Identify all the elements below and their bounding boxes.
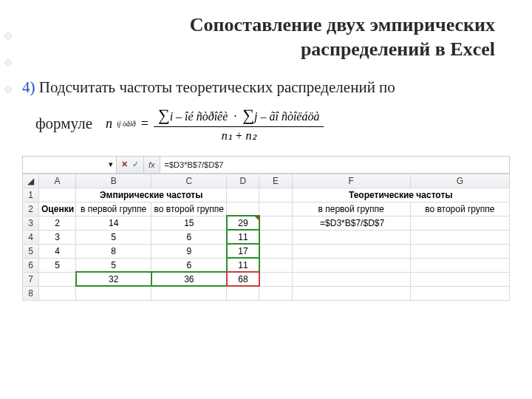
cell[interactable]: 5 [76, 230, 151, 244]
formula-input[interactable]: =$D3*B$7/$D$7 [160, 157, 509, 173]
cell[interactable]: 29 [227, 216, 259, 230]
row-3[interactable]: 3 [23, 216, 39, 230]
col-F[interactable]: F [292, 174, 410, 188]
cell[interactable] [292, 272, 410, 286]
formula-num-right: j – ãî ñòîëáöà [254, 110, 319, 123]
select-all-corner[interactable]: ◢ [23, 174, 39, 188]
page-title: Сопоставление двух эмпирических распреде… [0, 0, 532, 67]
cell[interactable]: 15 [151, 216, 227, 230]
formula-den: n₁ + n₂ [217, 127, 261, 144]
cell[interactable]: 3 [39, 230, 76, 244]
table-row: 6 5 5 6 11 [23, 258, 510, 272]
cell[interactable]: 14 [76, 216, 151, 230]
chevron-down-icon[interactable]: ▾ [109, 160, 113, 169]
cell[interactable] [259, 244, 292, 258]
cell[interactable]: во второй группе [151, 202, 227, 216]
col-G[interactable]: G [410, 174, 509, 188]
formula: nij òåîð = ∑i – îé ñòðîêè · ∑j – ãî ñòîë… [106, 104, 324, 144]
cell[interactable]: Оценки [39, 202, 76, 216]
table-row: 7 32 36 68 [23, 272, 510, 286]
spreadsheet-grid[interactable]: ◢ A B C D E F G 1 Эмпирические частоты Т… [22, 174, 510, 301]
cell[interactable]: во второй группе [410, 202, 509, 216]
col-D[interactable]: D [227, 174, 259, 188]
cell[interactable] [259, 286, 292, 300]
name-box[interactable]: ▾ [23, 157, 117, 173]
cell[interactable]: 68 [227, 272, 259, 286]
cell[interactable]: 5 [76, 258, 151, 272]
cell[interactable]: Теоретические частоты [292, 188, 510, 202]
row-4[interactable]: 4 [23, 230, 39, 244]
column-header-row: ◢ A B C D E F G [23, 174, 510, 188]
cell[interactable] [259, 258, 292, 272]
row-1[interactable]: 1 [23, 188, 39, 202]
cell[interactable]: 17 [227, 244, 259, 258]
formula-eq: = [140, 116, 149, 132]
cell[interactable] [227, 286, 259, 300]
cell[interactable] [292, 230, 410, 244]
table-row: 8 [23, 286, 510, 300]
cell[interactable] [39, 272, 76, 286]
formula-dot: · [233, 110, 236, 123]
body-text: 4) Подсчитать частоты теоретических расп… [0, 67, 532, 104]
row-6[interactable]: 6 [23, 258, 39, 272]
cell[interactable] [151, 286, 227, 300]
formula-bar: ▾ ✕ ✓ fx =$D3*B$7/$D$7 [22, 156, 510, 174]
cell[interactable]: 6 [151, 230, 227, 244]
cell[interactable]: 8 [76, 244, 151, 258]
cell[interactable]: 4 [39, 244, 76, 258]
cell[interactable] [227, 202, 259, 216]
cell[interactable] [410, 258, 509, 272]
cancel-icon[interactable]: ✕ [121, 160, 128, 169]
col-E[interactable]: E [259, 174, 292, 188]
cell[interactable] [259, 188, 292, 202]
cell[interactable]: в первой группе [292, 202, 410, 216]
cell[interactable]: 2 [39, 216, 76, 230]
row-5[interactable]: 5 [23, 244, 39, 258]
cell[interactable]: 5 [39, 258, 76, 272]
cell[interactable]: 36 [151, 272, 227, 286]
cell[interactable] [227, 188, 259, 202]
heading-line1: Сопоставление двух эмпирических [190, 14, 495, 35]
cell[interactable]: 9 [151, 244, 227, 258]
formula-num-left: i – îé ñòðîêè [170, 110, 228, 123]
cell[interactable] [410, 272, 509, 286]
cell[interactable]: в первой группе [76, 202, 151, 216]
heading-line2: распределений в Excel [301, 38, 495, 60]
cell[interactable]: Эмпирические частоты [76, 188, 227, 202]
cell[interactable] [259, 216, 292, 230]
cell[interactable] [39, 286, 76, 300]
cell[interactable] [292, 244, 410, 258]
col-B[interactable]: B [76, 174, 151, 188]
cell[interactable] [410, 230, 509, 244]
cell[interactable] [76, 286, 151, 300]
formula-fraction: ∑i – îé ñòðîêè · ∑j – ãî ñòîëáöà n₁ + n₂ [154, 104, 324, 144]
cell[interactable]: 11 [227, 230, 259, 244]
cell[interactable] [410, 244, 509, 258]
formula-word: формуле [35, 115, 92, 133]
table-row: 2 Оценки в первой группе во второй групп… [23, 202, 510, 216]
cell[interactable]: =$D3*B$7/$D$7 [292, 216, 410, 230]
col-C[interactable]: C [151, 174, 227, 188]
cell[interactable] [39, 188, 76, 202]
cell[interactable] [259, 230, 292, 244]
cell[interactable] [259, 272, 292, 286]
row-8[interactable]: 8 [23, 286, 39, 300]
row-7[interactable]: 7 [23, 272, 39, 286]
table-row: 3 2 14 15 29 =$D3*B$7/$D$7 [23, 216, 510, 230]
row-2[interactable]: 2 [23, 202, 39, 216]
cell[interactable]: 32 [76, 272, 151, 286]
list-marker: 4) [22, 78, 35, 96]
cell[interactable]: 6 [151, 258, 227, 272]
enter-icon[interactable]: ✓ [132, 160, 139, 169]
col-A[interactable]: A [39, 174, 76, 188]
excel-screenshot: ▾ ✕ ✓ fx =$D3*B$7/$D$7 ◢ A B C D E F G 1… [0, 151, 532, 301]
cell[interactable] [292, 286, 410, 300]
formula-n: n [106, 116, 112, 132]
cell[interactable] [259, 202, 292, 216]
cell[interactable] [292, 258, 410, 272]
table-row: 5 4 8 9 17 [23, 244, 510, 258]
cell[interactable] [410, 216, 509, 230]
fx-label[interactable]: fx [144, 157, 160, 173]
cell[interactable] [410, 286, 509, 300]
cell[interactable]: 11 [227, 258, 259, 272]
